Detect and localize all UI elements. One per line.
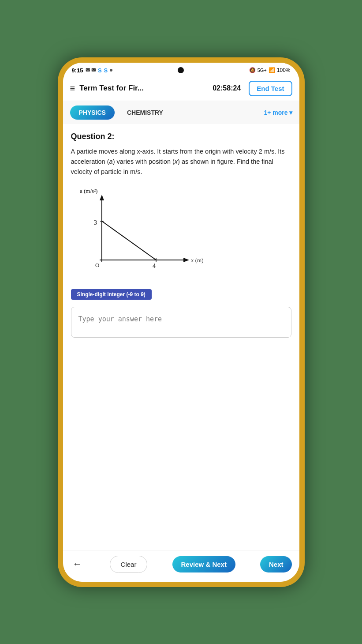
status-s1: S — [98, 67, 102, 74]
svg-line-9 — [102, 221, 156, 260]
svg-text:4: 4 — [153, 263, 156, 269]
answer-hint-text: Single-digit integer (-9 to 9) — [71, 289, 152, 300]
battery-label: 100% — [277, 67, 291, 73]
header-title: Term Test for Fir... — [79, 84, 208, 93]
more-subjects-button[interactable]: 1+ more ▾ — [264, 109, 292, 116]
graph-svg: a (m/s²) x (m) O 3 4 — [75, 185, 208, 282]
chevron-down-icon: ▾ — [289, 109, 292, 116]
svg-text:3: 3 — [94, 219, 97, 226]
more-label: 1+ more — [264, 109, 287, 116]
tab-chemistry[interactable]: CHEMISTRY — [118, 105, 172, 120]
status-left: 9:15 ✉ ✉ S S — [72, 67, 113, 74]
app-header: ≡ Term Test for Fir... 02:58:24 End Test — [63, 76, 299, 101]
tab-physics[interactable]: PHYSICS — [70, 105, 115, 120]
status-right: 🔕 5G+ 📶 100% — [249, 67, 291, 73]
next-button[interactable]: Next — [260, 556, 292, 572]
bottom-nav: ← Clear Review & Next Next — [63, 550, 299, 582]
header-timer: 02:58:24 — [213, 84, 241, 92]
end-test-button[interactable]: End Test — [249, 81, 292, 96]
status-s2: S — [104, 67, 108, 74]
network-icon: 5G+ — [258, 68, 267, 73]
notification-dot — [110, 69, 112, 72]
svg-marker-4 — [183, 258, 189, 262]
svg-text:x (m): x (m) — [191, 257, 204, 264]
back-button[interactable]: ← — [70, 556, 85, 572]
menu-icon[interactable]: ≡ — [70, 83, 75, 94]
svg-text:a (m/s²): a (m/s²) — [80, 188, 97, 194]
answer-input[interactable] — [71, 307, 291, 338]
question-label: Question 2: — [71, 132, 291, 141]
answer-hint-badge: Single-digit integer (-9 to 9) — [71, 289, 291, 307]
camera-notch — [178, 67, 184, 73]
graph-container: a (m/s²) x (m) O 3 4 — [75, 185, 291, 282]
alarm-icon: 🔕 — [249, 67, 256, 73]
svg-text:O: O — [95, 262, 99, 268]
status-bar: 9:15 ✉ ✉ S S 🔕 5G+ 📶 100% — [63, 63, 299, 76]
svg-marker-2 — [100, 195, 104, 200]
clear-button[interactable]: Clear — [110, 556, 148, 573]
status-time: 9:15 — [72, 67, 83, 74]
subject-tabs: PHYSICS CHEMISTRY 1+ more ▾ — [63, 101, 299, 124]
question-text: A particle moves along x-axis. It starts… — [71, 147, 291, 177]
signal-icon: 📶 — [269, 67, 275, 73]
review-next-button[interactable]: Review & Next — [172, 556, 235, 572]
content-area: Question 2: A particle moves along x-axi… — [63, 124, 299, 550]
